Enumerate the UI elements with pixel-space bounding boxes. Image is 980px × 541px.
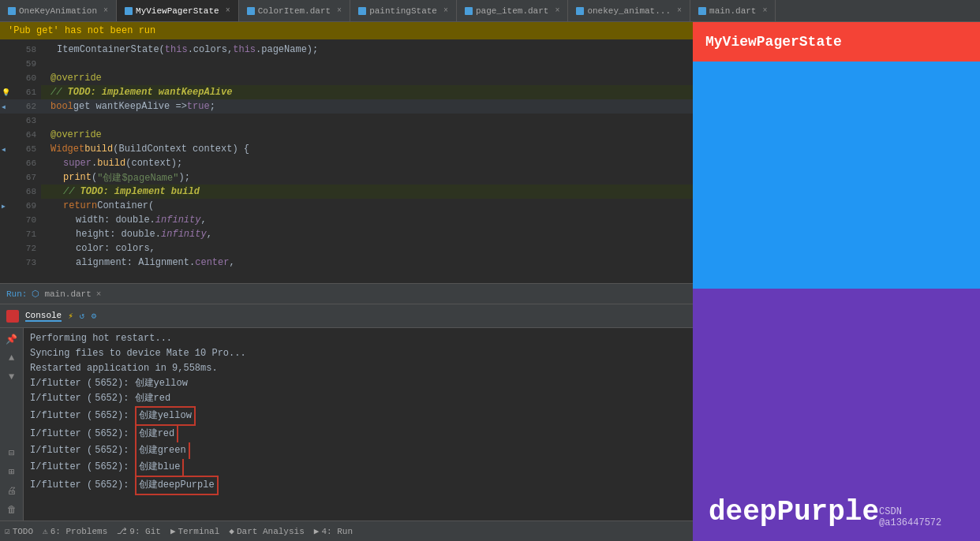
- preview-title: MyViewPagerState: [705, 34, 842, 50]
- console-line-8: I/flutter ( 5652): 创建blue: [30, 459, 686, 476]
- tab-label: page_item.dart: [476, 6, 548, 16]
- warning-text: 'Pub get' has not been run: [8, 25, 155, 36]
- code-line-72: color: colors,: [41, 241, 693, 256]
- problems-icon: ⚠: [43, 526, 48, 536]
- run-label: Run:: [6, 289, 27, 299]
- tab-bar: OneKeyAnimation × MyViewPagerState × Col…: [0, 0, 980, 22]
- line-number-69: ▶ 69: [0, 199, 41, 213]
- tab-close-icon[interactable]: ×: [762, 6, 767, 15]
- tab-label: OneKeyAnimation: [19, 6, 97, 16]
- code-line-58: ItemContainerState(this.colors,this.page…: [41, 43, 693, 57]
- tab-paintingstate[interactable]: paintingState ×: [350, 0, 457, 21]
- console-line-7: I/flutter ( 5652): 创建green: [30, 442, 686, 459]
- preview-blue-area: [693, 62, 980, 289]
- line-number-66: 66: [0, 156, 41, 170]
- pin-icon[interactable]: 📌: [4, 331, 20, 347]
- flash-icon: ⚡: [68, 311, 73, 321]
- stop-icon[interactable]: [6, 310, 19, 323]
- up-icon[interactable]: ▲: [4, 350, 20, 366]
- code-line-69: return Container (: [41, 199, 693, 213]
- console-line-2: Restarted application in 9,558ms.: [30, 361, 686, 376]
- status-todo[interactable]: ☑ TODO: [5, 526, 33, 536]
- console-tab-refresh[interactable]: ↺: [80, 311, 85, 321]
- main-content: 'Pub get' has not been run 58 59 60 💡 61…: [0, 22, 980, 541]
- print-icon[interactable]: 🖨: [4, 483, 20, 498]
- console-tab-console[interactable]: Console: [25, 311, 62, 322]
- tab-coloritem[interactable]: ColorItem.dart ×: [239, 0, 350, 21]
- line-number-63: 63: [0, 114, 41, 128]
- arrow-icon-69: ▶: [2, 203, 6, 210]
- dart-label: Dart Analysis: [237, 527, 305, 536]
- wrap-icon2[interactable]: ⊞: [4, 464, 20, 479]
- line-numbers: 58 59 60 💡 61 ◀ 62 63 64 ◀ 65 66 67: [0, 39, 41, 283]
- run-icon: ▶: [314, 526, 320, 536]
- tab-close-icon[interactable]: ×: [443, 6, 448, 15]
- todo-icon: ☑: [5, 526, 10, 536]
- console-line-4: I/flutter ( 5652): 创建red: [30, 391, 686, 406]
- console-main: 📌 ▲ ▼ ⊟ ⊞ 🖨 🗑 Performing hot restart... …: [0, 328, 693, 520]
- tab-close-icon[interactable]: ×: [103, 6, 108, 15]
- highlighted-output-start: 创建yellow: [135, 406, 196, 426]
- wrap-icon[interactable]: ⊟: [4, 445, 20, 461]
- tab-myviewpagerstate[interactable]: MyViewPagerState ×: [117, 0, 239, 21]
- dart-icon: ◆: [229, 526, 234, 536]
- console-side-buttons: 📌 ▲ ▼ ⊟ ⊞ 🖨 🗑: [0, 328, 24, 520]
- preview-header: MyViewPagerState: [693, 22, 980, 62]
- highlighted-output: 创建blue: [135, 459, 185, 476]
- line-number-61: 💡 61: [0, 85, 41, 99]
- flutter-icon: ⬡: [32, 289, 39, 299]
- status-problems[interactable]: ⚠ 6: Problems: [43, 526, 107, 536]
- line-number-59: 59: [0, 57, 41, 71]
- status-dart[interactable]: ◆ Dart Analysis: [229, 526, 304, 536]
- tab-close-icon[interactable]: ×: [337, 6, 342, 15]
- status-run[interactable]: ▶ 4: Run: [314, 526, 353, 536]
- line-number-64: 64: [0, 128, 41, 142]
- status-terminal[interactable]: ▶ Terminal: [170, 526, 219, 536]
- down-icon[interactable]: ▼: [4, 369, 20, 385]
- arrow-icon: ◀: [2, 103, 6, 110]
- console-tab-flash[interactable]: ⚡: [68, 311, 73, 321]
- code-line-64: @override: [41, 128, 693, 142]
- terminal-icon: ▶: [170, 526, 176, 536]
- tab-onekey[interactable]: onekey_animat... ×: [568, 0, 690, 21]
- trash-icon[interactable]: 🗑: [4, 502, 20, 517]
- highlighted-output: 创建green: [135, 442, 190, 459]
- run-close-icon[interactable]: ×: [96, 289, 102, 299]
- code-editor[interactable]: 58 59 60 💡 61 ◀ 62 63 64 ◀ 65 66 67: [0, 39, 693, 283]
- refresh-icon: ↺: [80, 311, 85, 321]
- code-content[interactable]: ItemContainerState(this.colors,this.page…: [41, 39, 693, 283]
- console-line-0: Performing hot restart...: [30, 331, 686, 346]
- tab-close-active-icon[interactable]: ×: [226, 6, 230, 15]
- code-line-59: [41, 57, 693, 71]
- status-git[interactable]: ⎇ 9: Git: [117, 526, 161, 536]
- highlighted-output-end: 创建deepPurple: [135, 476, 219, 495]
- tab-label-active: MyViewPagerState: [136, 6, 219, 16]
- tab-pageitem[interactable]: page_item.dart ×: [457, 0, 568, 21]
- bulb-icon: 💡: [2, 88, 10, 97]
- code-line-73: alignment: Alignment. center ,: [41, 256, 693, 270]
- code-line-68: // TODO: implement build: [41, 185, 693, 199]
- tab-close-icon[interactable]: ×: [677, 6, 682, 15]
- tab-onekeyanimation[interactable]: OneKeyAnimation ×: [0, 0, 117, 21]
- code-line-61: // TODO: implement wantKeepAlive: [41, 85, 693, 99]
- code-line-62: bool get wantKeepAlive => true ;: [41, 99, 693, 114]
- console-toolbar: Console ⚡ ↺ ⚙: [0, 304, 693, 328]
- console-tab-settings[interactable]: ⚙: [91, 311, 96, 321]
- warning-bar: 'Pub get' has not been run: [0, 22, 693, 39]
- line-number-72: 72: [0, 241, 41, 256]
- problems-label: 6: Problems: [50, 527, 108, 536]
- code-line-65: Widget build (BuildContext context) {: [41, 142, 693, 156]
- run-filename: main.dart: [44, 289, 91, 299]
- preview-credit: CSDN @a136447572: [879, 506, 964, 528]
- console-label: Console: [25, 311, 62, 320]
- tab-maindart[interactable]: main.dart ×: [690, 0, 776, 21]
- settings-icon: ⚙: [91, 311, 96, 321]
- tab-close-icon[interactable]: ×: [555, 6, 559, 15]
- code-line-63: [41, 114, 693, 128]
- line-number-73: 73: [0, 256, 41, 270]
- line-number-58: 58: [0, 43, 41, 57]
- tab-label: ColorItem.dart: [258, 6, 331, 16]
- arrow-icon-65: ◀: [2, 146, 6, 153]
- console-line-6: I/flutter ( 5652): 创建red: [30, 426, 686, 442]
- line-number-60: 60: [0, 71, 41, 85]
